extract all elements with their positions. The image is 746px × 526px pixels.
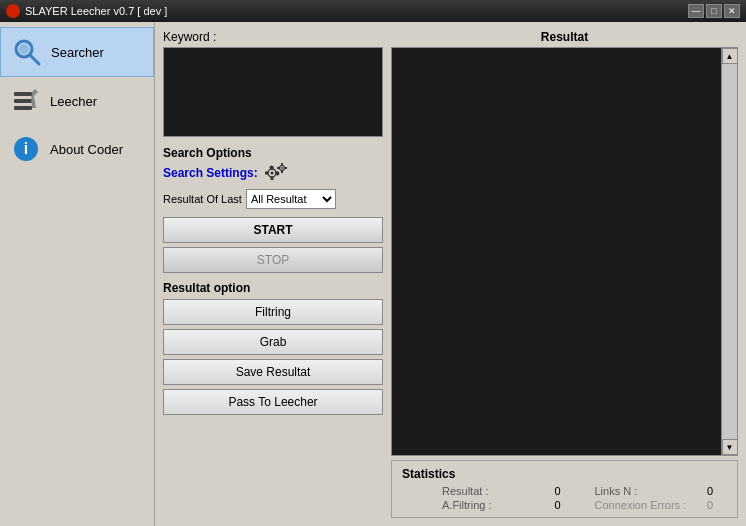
stat-row-afiltring: A.Filtring : 0 <box>442 499 575 511</box>
svg-rect-19 <box>281 163 283 165</box>
svg-rect-13 <box>265 172 268 175</box>
svg-rect-6 <box>14 92 32 96</box>
scroll-up-arrow[interactable]: ▲ <box>722 48 738 64</box>
pass-to-leecher-button[interactable]: Pass To Leecher <box>163 389 383 415</box>
maximize-button[interactable]: □ <box>706 4 722 18</box>
main-panel: Keyword : Search Options Search Settings… <box>155 22 746 526</box>
title-bar-left: SLAYER Leecher v0.7 [ dev ] <box>6 4 167 18</box>
stat-row-links: Links N : 0 <box>595 485 728 497</box>
keyword-input[interactable] <box>163 47 383 137</box>
sidebar-item-about[interactable]: i About Coder <box>0 125 154 173</box>
close-button[interactable]: ✕ <box>724 4 740 18</box>
sidebar-item-leecher[interactable]: Leecher <box>0 77 154 125</box>
svg-rect-4 <box>14 99 32 103</box>
stat-connexion-label: Connexion Errors : <box>595 499 687 511</box>
filtring-button[interactable]: Filtring <box>163 299 383 325</box>
keyword-label: Keyword : <box>163 30 383 44</box>
stats-grid: Resultat : 0 Links N : 0 A.Filtring : 0 <box>402 485 727 511</box>
stat-row-connexion: Connexion Errors : 0 <box>595 499 728 511</box>
stat-connexion-value: 0 <box>707 499 727 511</box>
resultat-of-last-row: Resultat Of Last All Resultat Last 100 L… <box>163 189 383 209</box>
panel-row: Keyword : Search Options Search Settings… <box>163 30 738 518</box>
svg-rect-3 <box>14 106 32 110</box>
svg-rect-21 <box>277 167 279 169</box>
stat-afiltring-value: 0 <box>555 499 575 511</box>
app-icon <box>6 4 20 18</box>
search-settings-row: Search Settings: <box>163 163 383 183</box>
grab-button[interactable]: Grab <box>163 329 383 355</box>
stat-resultat-value: 0 <box>555 485 575 497</box>
svg-marker-5 <box>31 89 38 108</box>
gear-icon[interactable] <box>264 163 292 183</box>
resultat-of-last-select[interactable]: All Resultat Last 100 Last 50 Last 10 <box>246 189 336 209</box>
results-content-area <box>392 48 737 455</box>
stat-row-resultat: Resultat : 0 <box>442 485 575 497</box>
sidebar-about-label: About Coder <box>50 142 123 157</box>
stat-resultat-label: Resultat : <box>442 485 488 497</box>
tools-icon <box>10 85 42 117</box>
title-bar-controls: — □ ✕ <box>688 4 740 18</box>
app-body: Searcher Leecher i About Coder <box>0 22 746 526</box>
scroll-down-arrow[interactable]: ▼ <box>722 439 738 455</box>
stat-links-label: Links N : <box>595 485 638 497</box>
search-options-title: Search Options <box>163 146 383 160</box>
resultat-of-last-label: Resultat Of Last <box>163 193 242 205</box>
stat-afiltring-label: A.Filtring : <box>442 499 492 511</box>
statistics-panel: Statistics Resultat : 0 Links N : 0 A.Fi… <box>391 460 738 518</box>
start-button[interactable]: START <box>163 217 383 243</box>
stats-title: Statistics <box>402 467 727 481</box>
svg-text:i: i <box>24 140 28 157</box>
svg-rect-12 <box>270 177 273 180</box>
stat-links-value: 0 <box>707 485 727 497</box>
svg-point-10 <box>270 172 273 175</box>
title-bar: SLAYER Leecher v0.7 [ dev ] — □ ✕ <box>0 0 746 22</box>
sidebar: Searcher Leecher i About Coder <box>0 22 155 526</box>
search-settings-label: Search Settings: <box>163 166 258 180</box>
resultat-option-title: Resultat option <box>163 281 383 295</box>
svg-rect-20 <box>281 171 283 173</box>
svg-point-18 <box>281 167 283 169</box>
info-icon: i <box>10 133 42 165</box>
search-icon <box>11 36 43 68</box>
svg-line-2 <box>30 55 39 64</box>
title-bar-title: SLAYER Leecher v0.7 [ dev ] <box>25 5 167 17</box>
control-panel: Keyword : Search Options Search Settings… <box>163 30 383 518</box>
results-display: ▲ ▼ <box>391 47 738 456</box>
results-title: Resultat <box>391 30 738 44</box>
stop-button[interactable]: STOP <box>163 247 383 273</box>
svg-point-1 <box>19 44 29 54</box>
save-resultat-button[interactable]: Save Resultat <box>163 359 383 385</box>
svg-rect-22 <box>285 167 287 169</box>
minimize-button[interactable]: — <box>688 4 704 18</box>
results-panel: Resultat ▲ ▼ Statistics Resultat : 0 <box>391 30 738 518</box>
sidebar-item-searcher[interactable]: Searcher <box>0 27 154 77</box>
sidebar-searcher-label: Searcher <box>51 45 104 60</box>
vertical-scrollbar[interactable]: ▲ ▼ <box>721 48 737 455</box>
sidebar-leecher-label: Leecher <box>50 94 97 109</box>
